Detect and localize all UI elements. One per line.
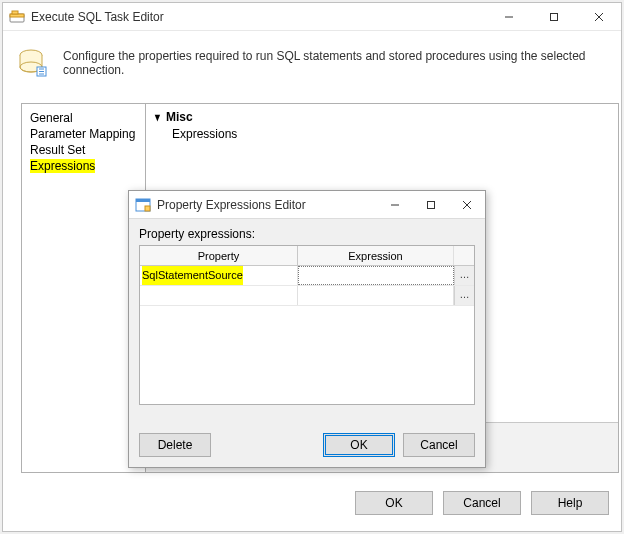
main-title: Execute SQL Task Editor — [31, 10, 486, 24]
cell-property[interactable] — [140, 286, 298, 305]
ellipsis-button[interactable]: … — [454, 266, 474, 285]
sidebar-item-label: General — [30, 111, 73, 125]
svg-rect-4 — [550, 13, 557, 20]
main-titlebar: Execute SQL Task Editor — [3, 3, 621, 31]
svg-rect-14 — [428, 201, 435, 208]
chevron-down-icon: ▾ — [155, 110, 160, 124]
child-cancel-button[interactable]: Cancel — [403, 433, 475, 457]
main-button-row: OK Cancel Help — [355, 491, 609, 515]
grid-row[interactable]: SqlStatementSource … — [140, 266, 474, 286]
grid-row[interactable]: … — [140, 286, 474, 306]
sidebar-item-parameter-mapping[interactable]: Parameter Mapping — [28, 126, 139, 142]
cell-property[interactable]: SqlStatementSource — [140, 266, 298, 285]
svg-rect-2 — [12, 11, 18, 14]
ok-button[interactable]: OK — [355, 491, 433, 515]
section-header-label: Misc — [166, 110, 193, 124]
info-text: Configure the properties required to run… — [63, 47, 607, 77]
cell-expression[interactable] — [298, 266, 454, 285]
expressions-row[interactable]: Expressions — [154, 126, 610, 142]
task-icon — [17, 47, 49, 79]
grid-header: Property Expression — [140, 246, 474, 266]
sidebar-item-result-set[interactable]: Result Set — [28, 142, 139, 158]
cell-expression[interactable] — [298, 286, 454, 305]
child-window-controls — [377, 191, 485, 219]
column-header-property[interactable]: Property — [140, 246, 298, 265]
close-button[interactable] — [576, 3, 621, 31]
column-header-expression[interactable]: Expression — [298, 246, 454, 265]
minimize-button[interactable] — [486, 3, 531, 31]
help-button[interactable]: Help — [531, 491, 609, 515]
svg-rect-11 — [136, 199, 150, 202]
child-body: Property expressions: Property Expressio… — [129, 219, 485, 413]
sidebar-item-label: Expressions — [30, 159, 95, 173]
ellipsis-button[interactable]: … — [454, 286, 474, 305]
row-value — [372, 126, 610, 142]
child-ok-button[interactable]: OK — [323, 433, 395, 457]
dialog-icon — [135, 197, 151, 213]
row-label: Expressions — [172, 127, 372, 141]
window-controls — [486, 3, 621, 31]
info-strip: Configure the properties required to run… — [3, 31, 621, 91]
cell-property-value: SqlStatementSource — [142, 266, 243, 285]
maximize-button[interactable] — [531, 3, 576, 31]
child-button-row: Delete OK Cancel — [129, 433, 485, 457]
property-grid: Property Expression SqlStatementSource …… — [139, 245, 475, 405]
cancel-button[interactable]: Cancel — [443, 491, 521, 515]
sidebar-item-general[interactable]: General — [28, 110, 139, 126]
child-dialog: Property Expressions Editor Property exp… — [128, 190, 486, 468]
section-header[interactable]: ▾ Misc — [154, 110, 610, 124]
child-titlebar: Property Expressions Editor — [129, 191, 485, 219]
child-title: Property Expressions Editor — [157, 198, 377, 212]
sidebar-item-label: Result Set — [30, 143, 85, 157]
app-icon — [9, 9, 25, 25]
child-maximize-button[interactable] — [413, 191, 449, 219]
child-close-button[interactable] — [449, 191, 485, 219]
child-minimize-button[interactable] — [377, 191, 413, 219]
property-expressions-label: Property expressions: — [139, 227, 475, 241]
spacer — [211, 433, 323, 457]
sidebar-item-expressions[interactable]: Expressions — [28, 158, 139, 174]
svg-rect-12 — [145, 206, 150, 211]
sidebar-item-label: Parameter Mapping — [30, 127, 135, 141]
column-header-spacer — [454, 246, 474, 265]
delete-button[interactable]: Delete — [139, 433, 211, 457]
